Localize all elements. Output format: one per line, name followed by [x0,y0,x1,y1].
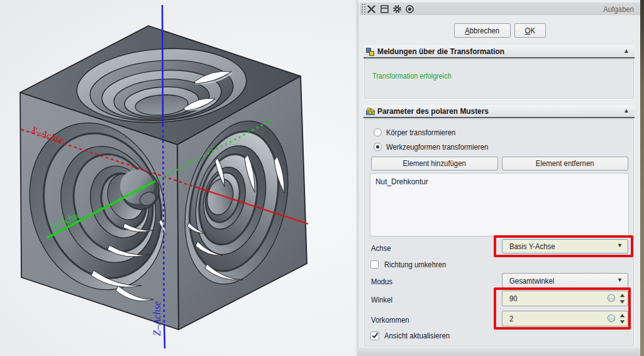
svg-text:f(x): f(x) [608,296,614,301]
svg-text:f(x): f(x) [608,316,614,321]
svg-text:Z–Achse: Z–Achse [152,301,162,336]
